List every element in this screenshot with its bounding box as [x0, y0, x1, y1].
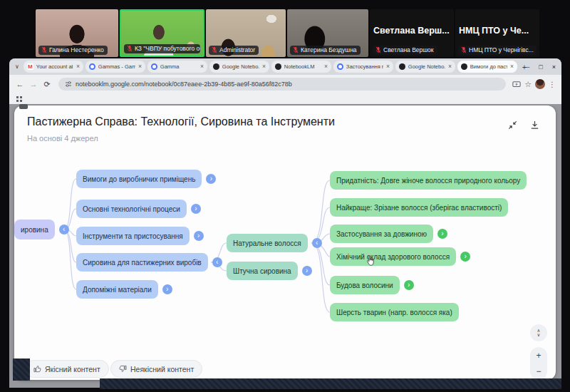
more-menu-icon[interactable]: ⋮ — [549, 81, 556, 88]
mic-muted-icon — [212, 46, 217, 53]
zoom-in-button[interactable]: + — [536, 351, 541, 361]
node-label[interactable]: Шерсть тварин (напр. волосся яка) — [330, 303, 459, 321]
video-tile-active-speaker[interactable]: КЗ "ЧВПУ побутового об... — [120, 9, 204, 57]
install-app-icon[interactable] — [512, 81, 521, 88]
browser-tab[interactable]: Gammas - Gam...× — [86, 61, 145, 73]
tab-search-icon[interactable]: ∨ — [15, 63, 19, 70]
minimize-window-icon[interactable]: — — [523, 63, 529, 71]
good-content-label: Якісний контент — [45, 365, 100, 373]
collapse-chevron-icon[interactable]: ‹ — [59, 225, 69, 234]
browser-tab[interactable]: Gamma× — [147, 61, 207, 73]
mindmap-node-root[interactable]: ировина ‹ — [14, 220, 69, 239]
participant-name: Галина Нестеренко — [49, 46, 104, 53]
mindmap-node[interactable]: Придатність: Довге жіноче волосся природ… — [330, 171, 527, 190]
video-tile-camera-off[interactable]: НМЦ ПТО у Че... НМЦ ПТО у Чернігівс... — [455, 9, 539, 57]
expand-levels-button[interactable]: ∧ ∨ — [530, 324, 547, 341]
browser-tab[interactable]: Google Notebo...× — [209, 61, 269, 73]
close-tab-icon[interactable]: × — [138, 63, 142, 70]
back-icon[interactable]: ← — [15, 80, 25, 88]
collapse-fullscreen-icon[interactable] — [507, 120, 518, 130]
site-info-icon[interactable] — [65, 81, 72, 88]
browser-tab-active[interactable]: Вимоги до паст...× — [457, 61, 517, 73]
node-label[interactable]: Придатність: Довге жіноче волосся природ… — [330, 171, 527, 190]
mindmap-node[interactable]: Натуральне волосся‹ — [227, 234, 322, 252]
expand-chevron-icon[interactable]: › — [302, 266, 312, 276]
node-label[interactable]: Допоміжні матеріали — [76, 280, 158, 299]
expand-chevron-icon[interactable]: › — [162, 284, 172, 294]
browser-tab[interactable]: MYour account al...× — [24, 61, 83, 73]
close-tab-icon[interactable]: × — [448, 63, 452, 70]
mindmap-node[interactable]: Штучна сировина› — [227, 262, 312, 280]
video-tile[interactable]: Галина Нестеренко — [36, 9, 118, 57]
close-tab-icon[interactable]: × — [510, 63, 514, 70]
node-label[interactable]: Будова волосини — [330, 276, 400, 294]
mindmap-node[interactable]: Основні технологічні процеси› — [76, 200, 201, 218]
node-label[interactable]: Штучна сировина — [227, 262, 298, 280]
close-tab-icon[interactable]: × — [76, 63, 80, 70]
mindmap-node[interactable]: Допоміжні матеріали› — [76, 280, 172, 299]
collapse-chevron-icon[interactable]: ‹ — [212, 257, 222, 267]
profile-avatar[interactable] — [535, 79, 545, 89]
forward-icon[interactable]: → — [28, 80, 38, 88]
thumbs-down-icon — [119, 365, 127, 373]
expand-chevron-icon[interactable]: › — [460, 252, 470, 262]
address-bar[interactable]: notebooklm.google.com/notebook/0c87eaee-… — [58, 78, 506, 91]
mindmap-node[interactable]: Застосування за довжиною› — [330, 225, 447, 243]
mindmap-node[interactable]: Інструменти та пристосування› — [76, 227, 204, 245]
bad-content-button[interactable]: Неякісний контент — [110, 360, 202, 378]
node-label[interactable]: ировина — [14, 220, 55, 239]
mindmap-node[interactable]: Найкраще: Зрізане волосся (зберігає влас… — [330, 198, 508, 217]
close-tab-icon[interactable]: × — [262, 63, 266, 70]
apps-grid-icon[interactable] — [16, 96, 22, 102]
bookmark-star-icon[interactable]: ☆ — [524, 80, 532, 89]
node-label[interactable]: Сировина для пастижерних виробів — [76, 253, 208, 272]
browser-tab[interactable]: Google Notebo...× — [395, 61, 455, 73]
notebooklm-favicon — [213, 63, 219, 70]
node-label[interactable]: Найкраще: Зрізане волосся (зберігає влас… — [330, 198, 508, 217]
expand-chevron-icon[interactable]: › — [191, 204, 201, 214]
mouse-cursor — [366, 255, 375, 269]
gamma-favicon — [151, 63, 157, 70]
reload-icon[interactable]: ⟳ — [42, 80, 52, 89]
node-label[interactable]: Основні технологічні процеси — [76, 200, 187, 218]
tab-title: Застосування п... — [346, 63, 383, 70]
node-label[interactable]: Застосування за довжиною — [330, 225, 433, 243]
notebooklm-favicon — [399, 63, 405, 70]
mindmap-node[interactable]: Сировина для пастижерних виробів‹ — [76, 253, 222, 272]
mindmap-node[interactable]: Шерсть тварин (напр. волосся яка) — [330, 303, 459, 321]
zoom-out-button[interactable]: − — [536, 366, 541, 376]
gamma-favicon — [337, 63, 343, 70]
video-tile[interactable]: Катерина Бездушна — [287, 9, 368, 57]
participant-name: Катерина Бездушна — [301, 46, 357, 53]
video-tile-camera-off[interactable]: Светлана Верш... Светлана Вершок — [370, 9, 454, 57]
mic-muted-icon — [293, 46, 299, 53]
participant-display-name: Светлана Верш... — [373, 26, 453, 36]
video-tile[interactable]: Administrator — [206, 9, 286, 57]
close-window-icon[interactable]: × — [552, 63, 556, 71]
mindmap-node[interactable]: Будова волосини› — [330, 276, 414, 294]
mindmap-node[interactable]: Хімічний склад здорового волосся› — [330, 247, 470, 266]
expand-chevron-icon[interactable]: › — [404, 280, 414, 290]
good-content-button[interactable]: Якісний контент — [25, 360, 109, 378]
download-icon[interactable] — [529, 120, 540, 130]
maximize-window-icon[interactable]: □ — [539, 63, 542, 71]
browser-tab[interactable]: Застосування п...× — [333, 61, 393, 73]
participant-name-badge: Administrator — [209, 46, 259, 55]
collapse-chevron-icon[interactable]: ‹ — [312, 238, 322, 248]
node-label[interactable]: Інструменти та пристосування — [76, 227, 190, 245]
zoom-control: + − — [530, 347, 547, 380]
mindmap-node[interactable]: Вимоги до виробничих приміщень› — [76, 170, 216, 188]
close-tab-icon[interactable]: × — [386, 63, 390, 70]
close-tab-icon[interactable]: × — [324, 63, 328, 70]
mindmap-title: Пастижерна Справа: Технології, Сировина … — [27, 115, 335, 128]
expand-chevron-icon[interactable]: › — [194, 231, 204, 241]
expand-chevron-icon[interactable]: › — [437, 229, 447, 239]
browser-tab[interactable]: NotebookLM× — [271, 61, 331, 73]
tab-title: Google Notebo... — [222, 63, 259, 70]
node-label[interactable]: Натуральне волосся — [227, 234, 308, 252]
close-tab-icon[interactable]: × — [200, 63, 204, 70]
node-label[interactable]: Хімічний склад здорового волосся — [330, 247, 456, 266]
node-label[interactable]: Вимоги до виробничих приміщень — [76, 170, 202, 188]
participant-name-badge: НМЦ ПТО у Чернігівс... — [458, 46, 537, 55]
expand-chevron-icon[interactable]: › — [206, 174, 216, 184]
